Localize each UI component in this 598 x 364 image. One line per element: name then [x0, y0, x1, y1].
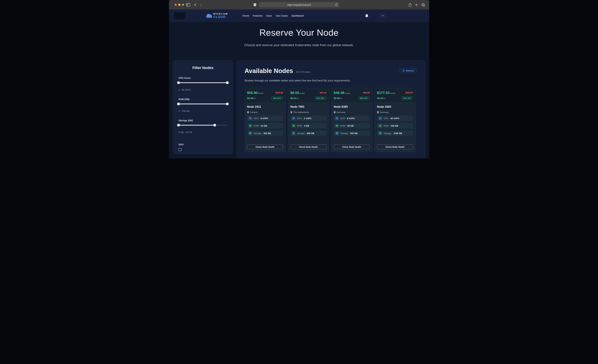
- window-controls: [174, 4, 184, 6]
- spec-value-cpu: 8 vCPU: [261, 117, 268, 120]
- spec-value-cpu: 8 vCPU: [347, 117, 355, 120]
- spec-label-cpu: CPU:: [297, 117, 302, 120]
- ram-slider-handle-max[interactable]: [226, 103, 229, 105]
- location-pin-icon: [291, 111, 292, 114]
- minimize-window-button[interactable]: [178, 4, 180, 6]
- check-node-health-button[interactable]: Check Node Health: [334, 144, 370, 149]
- node-card[interactable]: $177.53/month $355.07 $0.25/hr 50% OFF N…: [375, 88, 415, 152]
- url-bar[interactable]: https://myceliumcloud.tf: [259, 2, 339, 7]
- privacy-shield-icon[interactable]: [254, 0, 256, 9]
- ram-icon: [335, 124, 339, 128]
- close-window-button[interactable]: [174, 4, 177, 6]
- spec-label-cpu: CPU:: [384, 117, 389, 120]
- price-hour: $0.25: [377, 97, 383, 99]
- cpu-icon: [378, 116, 382, 120]
- spec-value-storage: 932 GB: [350, 132, 358, 134]
- price-month: $8.55: [291, 91, 299, 95]
- fullscreen-window-button[interactable]: [182, 4, 184, 6]
- nav-link-docs[interactable]: Docs: [266, 14, 272, 18]
- gpu-checkbox[interactable]: [179, 148, 182, 151]
- filter-nodes-panel: Filter Nodes CPU Cores 0 - 88 vCPU RAM (…: [173, 60, 233, 154]
- price-month: $177.53: [377, 91, 390, 95]
- page-subtitle: Choose and reserve your dedicated Kubern…: [169, 43, 429, 47]
- spec-label-cpu: CPU:: [254, 117, 259, 120]
- spec-label-storage: Storage:: [341, 132, 349, 134]
- back-button-icon[interactable]: [194, 0, 196, 9]
- location-pin-icon: [334, 111, 336, 114]
- page-title: Reserve Your Node: [169, 27, 429, 38]
- cpu-range-slider[interactable]: [179, 81, 227, 84]
- navbar-placeholder: [174, 12, 186, 19]
- ram-icon: [378, 124, 382, 128]
- storage-slider-handle-max[interactable]: [213, 124, 216, 127]
- node-cards-grid: $55.90/month $101.80 $0.08/hr 50% OFF No…: [245, 88, 417, 152]
- node-location: Canada: [250, 111, 257, 114]
- spec-value-ram: 62 GB: [347, 124, 354, 127]
- ram-icon: [249, 124, 252, 128]
- sidebar-toggle-icon[interactable]: [186, 0, 190, 9]
- price-hour: $0.01: [291, 97, 297, 99]
- spec-value-ram: 4 GB: [304, 124, 309, 127]
- node-name: Node 3420: [377, 105, 413, 108]
- storage-slider-handle-min[interactable]: [177, 124, 180, 127]
- ram-slider-handle-min[interactable]: [177, 103, 180, 105]
- nav-link-dashboard[interactable]: Dashboard: [291, 14, 304, 18]
- location-pin-icon: [377, 111, 379, 114]
- storage-icon: [335, 131, 339, 135]
- filter-panel-title: Filter Nodes: [179, 66, 227, 70]
- spec-label-storage: Storage:: [384, 132, 392, 134]
- price-month: $55.90: [247, 91, 258, 95]
- price-hour: $0.06: [334, 97, 340, 99]
- cpu-slider-handle-max[interactable]: [226, 81, 229, 84]
- filter-group-cpu: CPU Cores 0 - 88 vCPU: [179, 77, 227, 91]
- spec-label-ram: RAM:: [254, 124, 259, 127]
- check-node-health-button[interactable]: Check Node Health: [377, 144, 413, 149]
- filter-group-ram: RAM (GB) 0 - 709 GB: [179, 98, 227, 112]
- spec-label-cpu: CPU:: [341, 117, 346, 120]
- storage-icon: [249, 131, 252, 135]
- storage-icon: [378, 131, 382, 135]
- node-card[interactable]: $55.90/month $101.80 $0.08/hr 50% OFF No…: [245, 88, 286, 152]
- per-month-label: /month: [345, 92, 350, 94]
- ram-icon: [292, 124, 295, 128]
- nav-link-use-cases[interactable]: Use Cases: [275, 14, 288, 18]
- nav-link-home[interactable]: Home: [242, 14, 249, 18]
- notification-bell-icon[interactable]: [365, 14, 368, 17]
- cpu-icon: [292, 116, 295, 120]
- node-name: Node 7901: [291, 105, 326, 108]
- share-icon[interactable]: [409, 0, 412, 9]
- refresh-button[interactable]: Refresh: [400, 68, 417, 73]
- node-card[interactable]: $46.48/month $92.96 $0.06/hr 50% OFF Nod…: [331, 88, 372, 152]
- tab-overview-icon[interactable]: [422, 0, 425, 9]
- forward-button-icon[interactable]: [200, 0, 202, 9]
- site-logo[interactable]: MYCELIUM CLOUD: [206, 13, 228, 19]
- panel-title: Available Nodes: [245, 68, 293, 74]
- spec-label-ram: RAM:: [384, 124, 389, 127]
- new-tab-icon[interactable]: [415, 0, 418, 9]
- ram-range-slider[interactable]: [179, 103, 227, 105]
- spec-value-storage: 932 GB: [264, 132, 271, 134]
- node-name: Node 6365: [334, 105, 370, 108]
- cpu-icon: [249, 116, 252, 120]
- storage-range-slider[interactable]: [179, 124, 227, 126]
- per-month-label: /month: [299, 92, 305, 94]
- check-node-health-button[interactable]: Check Node Health: [247, 144, 283, 149]
- original-price: $92.96: [363, 91, 370, 94]
- discount-badge: 50% OFF: [271, 96, 283, 100]
- account-menu-button[interactable]: [379, 13, 387, 19]
- discount-badge: 50% OFF: [358, 96, 370, 100]
- filter-range-storage: 0 GB - 9.8 TB: [179, 131, 227, 133]
- filter-group-storage: Storage (GB) 0 GB - 9.8 TB: [179, 119, 227, 133]
- node-card[interactable]: $8.55/month $17.10 $0.01/hr 50% OFF Node…: [288, 88, 329, 152]
- check-node-health-button[interactable]: Check Node Health: [291, 144, 326, 149]
- cpu-slider-handle-min[interactable]: [177, 81, 180, 84]
- refresh-label: Refresh: [406, 69, 414, 72]
- spec-value-cpu: 2 vCPU: [304, 117, 312, 120]
- original-price: $355.07: [405, 91, 413, 94]
- nav-link-features[interactable]: Features: [252, 14, 263, 18]
- spec-label-storage: Storage:: [297, 132, 305, 134]
- per-hour-label: /hr: [384, 98, 386, 99]
- reload-icon[interactable]: [335, 3, 338, 7]
- original-price: $17.10: [320, 91, 326, 94]
- refresh-icon: [402, 69, 405, 72]
